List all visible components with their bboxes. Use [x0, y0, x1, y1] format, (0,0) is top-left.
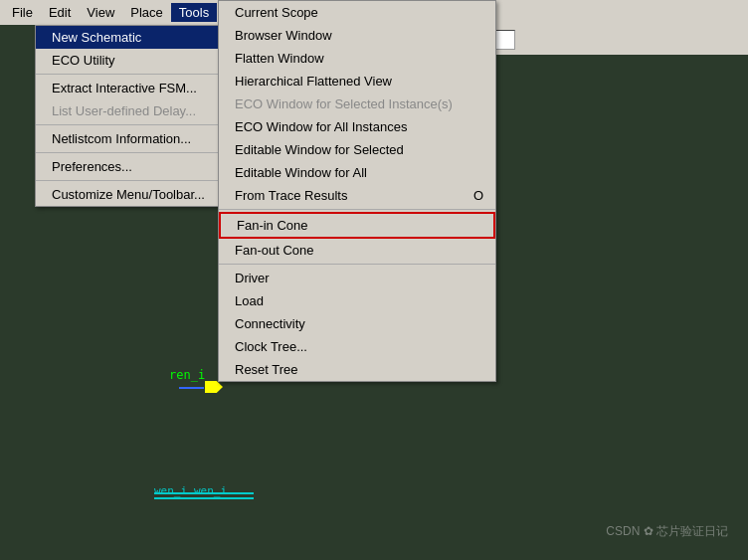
submenu-item-fan-out-cone[interactable]: Fan-out Cone	[219, 239, 495, 262]
signal-line-cyan-2	[154, 497, 254, 499]
submenu-item-reset-tree[interactable]: Reset Tree	[219, 358, 495, 381]
submenu-item-clock-tree[interactable]: Clock Tree...	[219, 335, 495, 358]
submenu-item-fan-in-cone[interactable]: Fan-in Cone	[219, 212, 495, 239]
submenu-item-load[interactable]: Load	[219, 289, 495, 312]
submenu-item-browser-window[interactable]: Browser Window	[219, 24, 495, 47]
submenu-item-editable-all[interactable]: Editable Window for All	[219, 161, 495, 184]
submenu-sep-1	[219, 209, 495, 210]
submenu-item-eco-window-all[interactable]: ECO Window for All Instances	[219, 115, 495, 138]
menubar-item-view[interactable]: View	[79, 3, 122, 22]
menubar-item-file[interactable]: File	[4, 3, 41, 22]
submenu-item-flatten-window[interactable]: Flatten Window	[219, 47, 495, 70]
new-schematic-submenu: Current Scope Browser Window Flatten Win…	[218, 0, 496, 382]
submenu-item-hierarchical-flattened[interactable]: Hierarchical Flattened View	[219, 70, 495, 93]
submenu-item-editable-selected[interactable]: Editable Window for Selected	[219, 138, 495, 161]
signal-line-blue-h	[179, 387, 204, 389]
submenu-item-eco-window-selected: ECO Window for Selected Instance(s)	[219, 93, 495, 115]
submenu-item-from-trace[interactable]: From Trace Results O	[219, 184, 495, 207]
submenu-item-connectivity[interactable]: Connectivity	[219, 312, 495, 335]
menubar-item-tools[interactable]: Tools	[171, 3, 217, 22]
signal-label-ren-i: ren_i	[169, 368, 205, 382]
menubar-item-place[interactable]: Place	[122, 3, 171, 22]
signal-label-wen-i-1: wen_i	[154, 484, 187, 497]
csdn-watermark: CSDN ✿ 芯片验证日记	[606, 523, 728, 540]
submenu-item-driver[interactable]: Driver	[219, 267, 495, 289]
signal-label-wen-i-2: wen_i	[194, 484, 227, 497]
submenu-sep-2	[219, 264, 495, 265]
menubar-item-edit[interactable]: Edit	[41, 3, 79, 22]
submenu-item-current-scope[interactable]: Current Scope	[219, 1, 495, 24]
shortcut-from-trace: O	[473, 188, 483, 203]
